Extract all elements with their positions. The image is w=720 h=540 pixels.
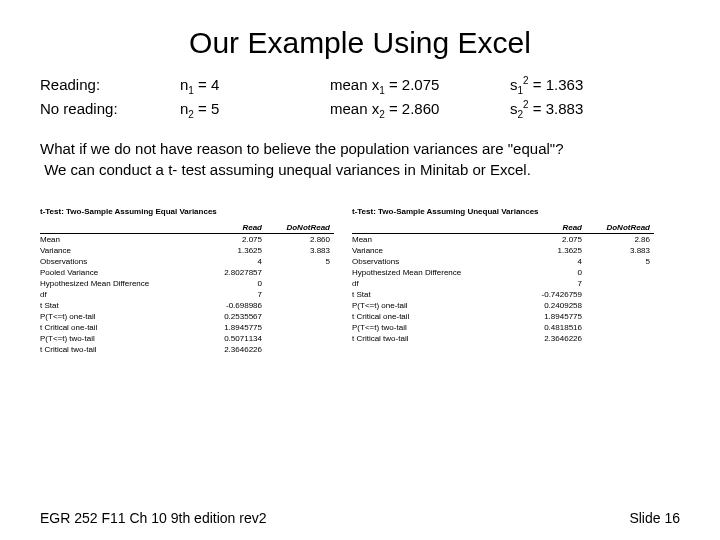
table-row: Hypothesized Mean Difference0	[40, 278, 334, 289]
var1: s12 = 1.363	[510, 74, 660, 98]
row-value-1: -0.7426759	[518, 289, 586, 300]
row-value-1: 1.8945775	[518, 311, 586, 322]
table-row: t Stat-0.7426759	[352, 289, 654, 300]
table-row: t Critical one-tail1.8945775	[40, 322, 334, 333]
label-noreading: No reading:	[40, 98, 180, 122]
row-value-2	[266, 333, 334, 344]
row-value-2	[266, 278, 334, 289]
row-value-2: 3.883	[586, 245, 654, 256]
table-row: P(T<=t) one-tail0.2535567	[40, 311, 334, 322]
row-value-2	[266, 322, 334, 333]
row-value-1: -0.698986	[198, 300, 266, 311]
row-label: P(T<=t) one-tail	[40, 311, 198, 322]
row-value-2	[266, 267, 334, 278]
row-label: t Critical two-tail	[40, 344, 198, 355]
table-row: Observations45	[352, 256, 654, 267]
col-donotread: DoNotRead	[266, 222, 334, 234]
row-value-1: 0	[198, 278, 266, 289]
row-label: t Critical one-tail	[352, 311, 518, 322]
summary-grid: Reading: n1 = 4 mean x1 = 2.075 s12 = 1.…	[40, 74, 680, 122]
footer-right: Slide 16	[629, 510, 680, 526]
row-value-1: 4	[518, 256, 586, 267]
mean2: mean x2 = 2.860	[330, 98, 510, 122]
table-row: t Stat-0.698986	[40, 300, 334, 311]
row-label: df	[352, 278, 518, 289]
row-value-1: 2.075	[198, 234, 266, 246]
row-value-2: 2.86	[586, 234, 654, 246]
table-row: Pooled Variance2.8027857	[40, 267, 334, 278]
row-value-1: 2.075	[518, 234, 586, 246]
row-value-2	[586, 311, 654, 322]
row-label: Hypothesized Mean Difference	[352, 267, 518, 278]
row-label: Variance	[352, 245, 518, 256]
table-row: Mean2.0752.860	[40, 234, 334, 246]
row-label: Variance	[40, 245, 198, 256]
row-value-1: 7	[198, 289, 266, 300]
col-read: Read	[198, 222, 266, 234]
row-value-2	[266, 311, 334, 322]
var2: s22 = 3.883	[510, 98, 660, 122]
row-value-2: 2.860	[266, 234, 334, 246]
row-value-1: 2.8027857	[198, 267, 266, 278]
col-read: Read	[518, 222, 586, 234]
row-value-2	[586, 300, 654, 311]
table-row: df7	[40, 289, 334, 300]
row-value-2	[586, 322, 654, 333]
table-row: Observations45	[40, 256, 334, 267]
row-label: t Stat	[40, 300, 198, 311]
row-label: df	[40, 289, 198, 300]
row-label: t Stat	[352, 289, 518, 300]
row-value-1: 0.2409258	[518, 300, 586, 311]
table-unequal-variances: t-Test: Two-Sample Assuming Unequal Vari…	[352, 206, 654, 344]
slide-title: Our Example Using Excel	[40, 26, 680, 60]
row-value-2	[586, 278, 654, 289]
row-label: Observations	[40, 256, 198, 267]
body-text: What if we do not have reason to believe…	[40, 138, 680, 180]
row-label: Pooled Variance	[40, 267, 198, 278]
n1: n1 = 4	[180, 74, 330, 98]
row-value-1: 0.2535567	[198, 311, 266, 322]
table-row: df7	[352, 278, 654, 289]
row-value-1: 0.4818516	[518, 322, 586, 333]
table-row: Variance1.36253.883	[352, 245, 654, 256]
row-value-1: 1.3625	[518, 245, 586, 256]
row-value-1: 4	[198, 256, 266, 267]
row-value-2	[266, 300, 334, 311]
row-value-1: 1.3625	[198, 245, 266, 256]
row-value-2: 5	[586, 256, 654, 267]
row-value-1: 0.5071134	[198, 333, 266, 344]
body-line-1: What if we do not have reason to believe…	[40, 138, 680, 159]
row-value-2: 5	[266, 256, 334, 267]
footer-left: EGR 252 F11 Ch 10 9th edition rev2	[40, 510, 266, 526]
label-reading: Reading:	[40, 74, 180, 98]
row-value-2	[586, 289, 654, 300]
row-label: P(T<=t) two-tail	[40, 333, 198, 344]
row-value-2	[266, 344, 334, 355]
row-value-1: 2.3646226	[198, 344, 266, 355]
row-label: Mean	[40, 234, 198, 246]
table-row: t Critical two-tail2.3646226	[40, 344, 334, 355]
col-donotread: DoNotRead	[586, 222, 654, 234]
row-value-1: 0	[518, 267, 586, 278]
body-line-2: We can conduct a t- test assuming unequa…	[40, 159, 680, 180]
row-label: Observations	[352, 256, 518, 267]
row-value-1: 1.8945775	[198, 322, 266, 333]
row-label: P(T<=t) two-tail	[352, 322, 518, 333]
row-label: Mean	[352, 234, 518, 246]
table-row: P(T<=t) one-tail0.2409258	[352, 300, 654, 311]
table-row: Variance1.36253.883	[40, 245, 334, 256]
table-row: P(T<=t) two-tail0.4818516	[352, 322, 654, 333]
table-row: t Critical two-tail2.3646226	[352, 333, 654, 344]
row-value-2: 3.883	[266, 245, 334, 256]
row-label: P(T<=t) one-tail	[352, 300, 518, 311]
table-equal-variances: t-Test: Two-Sample Assuming Equal Varian…	[40, 206, 334, 355]
n2: n2 = 5	[180, 98, 330, 122]
row-value-2	[586, 333, 654, 344]
row-value-1: 2.3646226	[518, 333, 586, 344]
table-row: Hypothesized Mean Difference0	[352, 267, 654, 278]
mean1: mean x1 = 2.075	[330, 74, 510, 98]
table-row: Mean2.0752.86	[352, 234, 654, 246]
row-value-2	[586, 267, 654, 278]
table-row: P(T<=t) two-tail0.5071134	[40, 333, 334, 344]
row-label: t Critical one-tail	[40, 322, 198, 333]
